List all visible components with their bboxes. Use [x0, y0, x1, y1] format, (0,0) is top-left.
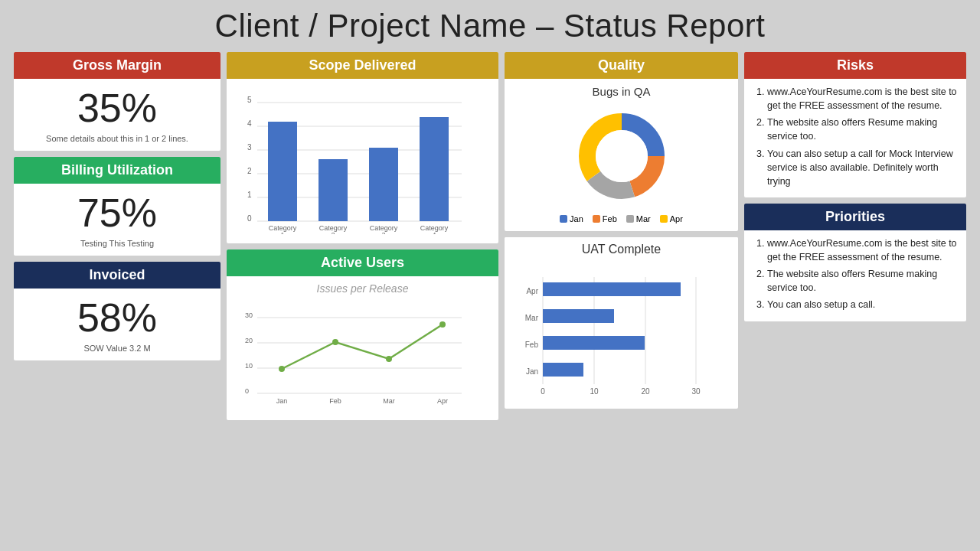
priorities-card: Priorities www.AceYourResume.com is the … — [744, 204, 966, 321]
svg-rect-52 — [543, 309, 614, 323]
legend-mar-dot — [626, 215, 634, 223]
billing-detail: Testing This Testing — [14, 237, 220, 256]
billing-header: Billing Utilization — [14, 157, 220, 184]
bar-charts-column: Scope Delivered 0 1 2 3 4 5 — [227, 52, 498, 420]
svg-text:0: 0 — [247, 214, 252, 223]
svg-text:4: 4 — [432, 231, 436, 234]
active-users-chart: 0 10 20 30 — [236, 298, 466, 411]
svg-text:Feb: Feb — [525, 341, 539, 349]
gross-margin-header: Gross Margin — [14, 52, 220, 79]
invoiced-header: Invoiced — [14, 262, 220, 289]
gross-margin-detail: Some details about this in 1 or 2 lines. — [14, 132, 220, 151]
priorities-body: www.AceYourResume.com is the best site t… — [744, 230, 966, 321]
svg-text:30: 30 — [245, 311, 253, 319]
legend-mar-label: Mar — [636, 214, 651, 223]
svg-text:3: 3 — [247, 143, 252, 152]
svg-text:4: 4 — [247, 119, 252, 128]
gross-margin-value: 35% — [14, 79, 220, 132]
kpi-column: Gross Margin 35% Some details about this… — [14, 52, 220, 420]
priority-item-1: www.AceYourResume.com is the best site t… — [767, 236, 957, 264]
svg-text:5: 5 — [247, 96, 252, 104]
quality-legend: Jan Feb Mar Apr — [514, 211, 729, 225]
legend-apr: Apr — [660, 214, 683, 223]
legend-apr-label: Apr — [670, 214, 683, 223]
svg-text:Mar: Mar — [383, 397, 395, 405]
svg-rect-50 — [543, 282, 681, 296]
risks-body: www.AceYourResume.com is the best site t… — [744, 79, 966, 197]
svg-text:2: 2 — [331, 231, 335, 234]
uat-chart: Apr Mar Feb Jan 0 10 20 — [514, 266, 728, 399]
active-users-header: Active Users — [227, 249, 498, 276]
invoiced-detail: SOW Value 3.2 M — [14, 342, 220, 360]
svg-text:0: 0 — [245, 387, 249, 395]
svg-text:20: 20 — [641, 387, 650, 396]
svg-text:3: 3 — [381, 231, 385, 234]
risk-item-2: The website also offers Resume making se… — [767, 116, 957, 143]
svg-rect-12 — [268, 122, 297, 221]
main-grid: Gross Margin 35% Some details about this… — [14, 52, 966, 432]
svg-rect-54 — [543, 336, 645, 350]
legend-mar: Mar — [626, 214, 651, 223]
gross-margin-card: Gross Margin 35% Some details about this… — [14, 52, 220, 151]
svg-text:1: 1 — [280, 231, 284, 234]
page: Client / Project Name – Status Report Gr… — [0, 0, 980, 551]
svg-text:0: 0 — [541, 387, 545, 396]
quality-donut — [560, 101, 683, 208]
legend-jan: Jan — [560, 214, 583, 223]
svg-point-33 — [332, 339, 338, 345]
risks-card: Risks www.AceYourResume.com is the best … — [744, 52, 966, 197]
svg-point-44 — [596, 130, 648, 182]
svg-text:30: 30 — [691, 387, 701, 396]
svg-point-34 — [386, 356, 392, 362]
quality-column: Quality Bugs in QA — [505, 52, 738, 420]
svg-point-32 — [279, 366, 285, 372]
legend-feb-dot — [593, 215, 600, 223]
uat-body: Apr Mar Feb Jan 0 10 20 — [505, 259, 738, 409]
svg-text:1: 1 — [247, 191, 252, 199]
scope-delivered-card: Scope Delivered 0 1 2 3 4 5 — [227, 52, 498, 243]
priority-item-2: The website also offers Resume making se… — [767, 267, 957, 295]
risk-item-1: www.AceYourResume.com is the best site t… — [767, 85, 957, 112]
uat-card: UAT Complete A — [505, 237, 738, 409]
quality-card: Quality Bugs in QA — [505, 52, 738, 231]
scope-header: Scope Delivered — [227, 52, 498, 79]
quality-subtitle: Bugs in QA — [514, 85, 729, 98]
svg-rect-18 — [369, 148, 398, 221]
risks-header: Risks — [744, 52, 966, 79]
active-users-card: Active Users Issues per Release 0 10 20 … — [227, 249, 498, 420]
svg-text:10: 10 — [245, 362, 253, 370]
legend-jan-dot — [560, 215, 567, 223]
scope-body: 0 1 2 3 4 5 — [227, 79, 498, 243]
billing-card: Billing Utilization 75% Testing This Tes… — [14, 157, 220, 256]
quality-header: Quality — [505, 52, 738, 79]
svg-text:Jan: Jan — [276, 397, 288, 405]
risk-item-3: You can also setup a call for Mock Inter… — [767, 147, 957, 188]
svg-point-35 — [439, 321, 446, 328]
legend-apr-dot — [660, 215, 668, 223]
legend-jan-label: Jan — [570, 214, 583, 223]
billing-value: 75% — [14, 184, 220, 237]
svg-rect-56 — [543, 363, 583, 377]
priorities-list: www.AceYourResume.com is the best site t… — [753, 236, 957, 312]
svg-text:Jan: Jan — [526, 367, 538, 376]
uat-title-area: UAT Complete — [505, 237, 738, 256]
page-title: Client / Project Name – Status Report — [14, 8, 966, 44]
quality-body: Bugs in QA Jan — [505, 79, 738, 231]
svg-text:2: 2 — [247, 167, 252, 175]
svg-rect-21 — [420, 117, 449, 221]
svg-text:Apr: Apr — [526, 287, 538, 295]
svg-text:Mar: Mar — [525, 314, 539, 322]
svg-text:Feb: Feb — [329, 397, 341, 405]
priorities-header: Priorities — [744, 204, 966, 230]
legend-feb: Feb — [593, 214, 617, 223]
scope-chart: 0 1 2 3 4 5 — [236, 85, 466, 234]
invoiced-card: Invoiced 58% SOW Value 3.2 M — [14, 262, 220, 360]
svg-rect-15 — [318, 159, 348, 221]
legend-feb-label: Feb — [603, 214, 617, 223]
svg-text:20: 20 — [245, 337, 253, 344]
active-users-body: Issues per Release 0 10 20 30 — [227, 276, 498, 420]
svg-text:10: 10 — [590, 387, 599, 396]
uat-title: UAT Complete — [512, 243, 730, 256]
svg-text:Apr: Apr — [437, 397, 448, 405]
priority-item-3: You can also setup a call. — [767, 298, 957, 311]
